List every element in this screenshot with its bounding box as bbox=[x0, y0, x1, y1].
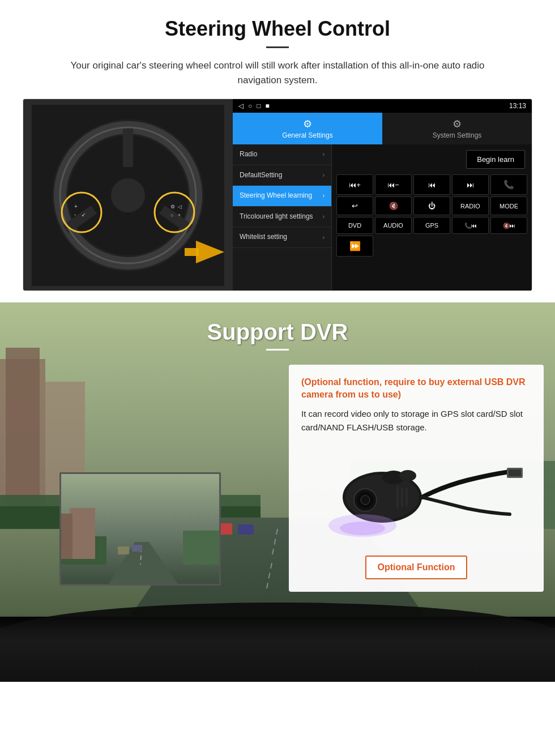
svg-rect-57 bbox=[401, 487, 403, 507]
menu-light-label: Tricoloured light settings bbox=[240, 212, 313, 221]
tab-system-label: System Settings bbox=[433, 131, 482, 139]
dashboard-strip bbox=[0, 614, 555, 682]
svg-text:○: ○ bbox=[170, 212, 173, 218]
system-icon: ⚙ bbox=[452, 118, 462, 130]
svg-rect-22 bbox=[6, 348, 40, 518]
next-btn[interactable]: ⏭ bbox=[452, 174, 489, 195]
gear-icon: ⚙ bbox=[303, 118, 312, 130]
svg-rect-58 bbox=[405, 488, 408, 506]
optional-function-button[interactable]: Optional Function bbox=[365, 556, 467, 579]
chevron-icon: › bbox=[323, 192, 325, 199]
status-bar: ◁ ○ □ ■ 13:13 bbox=[233, 99, 532, 113]
dvr-small-screen bbox=[59, 472, 221, 586]
back-call-btn[interactable]: ↩ bbox=[336, 197, 373, 215]
chevron-icon: › bbox=[323, 213, 325, 220]
dvr-info-box: (Optional function, require to buy exter… bbox=[289, 365, 544, 592]
extra-btn[interactable]: ⏩ bbox=[336, 236, 373, 257]
settings-tabs: ⚙ General Settings ⚙ System Settings bbox=[233, 113, 532, 144]
vol-down-btn[interactable]: ⏮− bbox=[375, 174, 412, 195]
camera-svg bbox=[309, 446, 524, 543]
svg-point-51 bbox=[399, 470, 416, 481]
steering-ui-container: + - ↙ ⚙ ◁ ○ + ◁ ○ □ ■ bbox=[23, 99, 532, 291]
steering-photo: + - ↙ ⚙ ◁ ○ + bbox=[23, 99, 233, 291]
power-btn[interactable]: ⏻ bbox=[413, 197, 450, 215]
gps-btn[interactable]: GPS bbox=[413, 217, 450, 234]
menu-item-default[interactable]: DefaultSetting › bbox=[233, 165, 331, 186]
menu-icon[interactable]: ■ bbox=[266, 102, 270, 110]
svg-rect-43 bbox=[70, 508, 95, 559]
menu-whitelist-label: Whitelist setting bbox=[240, 233, 287, 242]
chevron-icon: › bbox=[323, 234, 325, 241]
nav-icons: ◁ ○ □ ■ bbox=[238, 102, 270, 110]
dvr-title-divider bbox=[266, 349, 289, 351]
svg-rect-42 bbox=[183, 531, 221, 565]
mute-btn[interactable]: 🔇 bbox=[375, 197, 412, 215]
dvr-optional-text: (Optional function, require to buy exter… bbox=[301, 376, 531, 402]
svg-rect-56 bbox=[396, 486, 399, 509]
back-icon[interactable]: ◁ bbox=[238, 102, 244, 110]
chevron-icon: › bbox=[323, 151, 325, 158]
home-icon[interactable]: ○ bbox=[248, 102, 252, 110]
mute-next-btn[interactable]: 🔇⏭ bbox=[490, 217, 527, 234]
menu-radio-label: Radio bbox=[240, 150, 257, 159]
tab-general-label: General Settings bbox=[282, 131, 332, 139]
section-subtitle: Your original car's steering wheel contr… bbox=[51, 58, 504, 87]
svg-text:+: + bbox=[178, 212, 181, 218]
svg-point-55 bbox=[340, 522, 385, 535]
control-buttons-panel: Begin learn ⏮+ ⏮− ⏮ ⏭ 📞 ↩ 🔇 ⏻ RADIO MODE… bbox=[332, 144, 532, 291]
svg-rect-44 bbox=[61, 514, 72, 559]
prev-btn[interactable]: ⏮ bbox=[413, 174, 450, 195]
android-ui-panel: ◁ ○ □ ■ 13:13 ⚙ General Settings ⚙ Syste… bbox=[233, 99, 532, 291]
svg-text:⚙: ⚙ bbox=[170, 204, 175, 210]
menu-steering-label: Steering Wheel learning bbox=[240, 191, 312, 200]
dvr-camera-illustration bbox=[301, 443, 531, 545]
svg-text:◁: ◁ bbox=[178, 204, 182, 210]
menu-item-whitelist[interactable]: Whitelist setting › bbox=[233, 227, 331, 248]
svg-point-49 bbox=[361, 496, 370, 505]
svg-rect-40 bbox=[132, 545, 142, 552]
steering-section: Steering Wheel Control Your original car… bbox=[0, 0, 555, 302]
settings-menu: Radio › DefaultSetting › Steering Wheel … bbox=[233, 144, 332, 291]
phone-btn[interactable]: 📞 bbox=[490, 174, 527, 195]
dvr-title: Support DVR bbox=[0, 319, 555, 345]
steering-wheel-image: + - ↙ ⚙ ◁ ○ + bbox=[32, 105, 224, 286]
chevron-icon: › bbox=[323, 172, 325, 179]
begin-learn-button[interactable]: Begin learn bbox=[466, 150, 525, 169]
status-time: 13:13 bbox=[509, 102, 526, 110]
svg-point-6 bbox=[111, 178, 145, 212]
vol-up-btn[interactable]: ⏮+ bbox=[336, 174, 373, 195]
menu-default-label: DefaultSetting bbox=[240, 171, 282, 180]
svg-rect-53 bbox=[509, 469, 521, 476]
svg-rect-30 bbox=[238, 524, 254, 535]
svg-text:↙: ↙ bbox=[82, 212, 86, 217]
radio-btn[interactable]: RADIO bbox=[452, 197, 489, 215]
dvd-btn[interactable]: DVD bbox=[336, 217, 373, 234]
svg-text:-: - bbox=[74, 211, 76, 217]
page-title: Steering Wheel Control bbox=[23, 17, 532, 41]
tab-system[interactable]: ⚙ System Settings bbox=[382, 113, 532, 144]
menu-item-radio[interactable]: Radio › bbox=[233, 144, 331, 165]
menu-item-steering[interactable]: Steering Wheel learning › bbox=[233, 186, 331, 207]
title-divider bbox=[266, 46, 289, 48]
dvr-thumbnail bbox=[61, 474, 221, 586]
audio-btn[interactable]: AUDIO bbox=[375, 217, 412, 234]
dvr-section: Support DVR bbox=[0, 302, 555, 682]
control-button-grid: ⏮+ ⏮− ⏮ ⏭ 📞 ↩ 🔇 ⏻ RADIO MODE DVD AUDIO G… bbox=[334, 172, 530, 259]
svg-rect-18 bbox=[185, 248, 199, 256]
recents-icon[interactable]: □ bbox=[257, 102, 261, 110]
begin-learn-row: Begin learn bbox=[334, 147, 530, 172]
menu-item-light[interactable]: Tricoloured light settings › bbox=[233, 207, 331, 228]
svg-text:+: + bbox=[74, 203, 78, 210]
tab-general[interactable]: ⚙ General Settings bbox=[233, 113, 382, 144]
svg-rect-39 bbox=[118, 546, 129, 554]
mode-btn[interactable]: MODE bbox=[490, 197, 527, 215]
dvr-desc-text: It can record video only to storage in G… bbox=[301, 407, 531, 434]
phone-prev-btn[interactable]: 📞⏮ bbox=[452, 217, 489, 234]
menu-buttons-area: Radio › DefaultSetting › Steering Wheel … bbox=[233, 144, 532, 291]
